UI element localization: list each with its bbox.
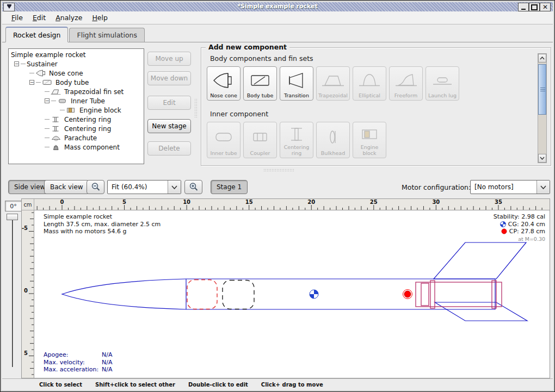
lower-fin[interactable] bbox=[435, 302, 527, 321]
tree-item-inner-tube[interactable]: −Inner Tube bbox=[9, 96, 144, 105]
rocket-view-panel: cm 05101520253035 -505 bbox=[21, 198, 550, 378]
add-inner-tube-button[interactable]: Inner tube bbox=[207, 122, 240, 158]
tree-item-nose-cone[interactable]: Nose cone bbox=[9, 69, 144, 78]
tab-flight-simulations[interactable]: Flight simulations bbox=[69, 28, 145, 42]
edit-button[interactable]: Edit bbox=[147, 96, 191, 110]
cp-legend-icon bbox=[501, 228, 507, 234]
add-elliptical-button[interactable]: Elliptical bbox=[353, 66, 386, 101]
scrollbar-thumb[interactable] bbox=[538, 64, 546, 115]
nose-cone-outline[interactable] bbox=[62, 279, 186, 309]
minimize-icon bbox=[521, 5, 526, 10]
svg-text:20: 20 bbox=[307, 199, 315, 205]
transition-icon bbox=[285, 71, 309, 90]
add-transition-button[interactable]: Transition bbox=[280, 66, 313, 101]
menu-analyze[interactable]: Analyze bbox=[51, 12, 87, 23]
tree-item-root[interactable]: Simple example rocket bbox=[9, 50, 144, 59]
back-view-button[interactable]: Back view bbox=[44, 180, 89, 194]
menu-help[interactable]: Help bbox=[87, 12, 113, 23]
inner-tube-icon bbox=[57, 97, 68, 104]
add-body-tube-button[interactable]: Body tube bbox=[243, 66, 277, 101]
rocket-canvas[interactable]: Simple example rocket Length 37.5 cm, ma… bbox=[35, 211, 550, 378]
magnifier-plus-icon bbox=[189, 182, 199, 192]
tab-rocket-design[interactable]: Rocket design bbox=[5, 27, 68, 42]
status-hint-1: Shift+click to select other bbox=[95, 382, 175, 388]
tree-item-centering-ring[interactable]: Centering ring bbox=[9, 115, 144, 124]
move-up-button[interactable]: Move up bbox=[147, 52, 191, 66]
centering-ring-1[interactable] bbox=[430, 281, 435, 308]
tree-expander-icon[interactable]: − bbox=[14, 61, 19, 66]
delete-button[interactable]: Delete bbox=[147, 141, 191, 155]
add-centering-ring-button[interactable]: Centering ring bbox=[280, 122, 313, 158]
scroll-up-button[interactable] bbox=[538, 54, 546, 63]
rotation-slider-track[interactable] bbox=[12, 220, 13, 367]
upper-fin[interactable] bbox=[434, 242, 526, 279]
add-coupler-button[interactable]: Coupler bbox=[243, 122, 277, 158]
component-scrollbar[interactable] bbox=[538, 53, 547, 163]
add-bulkhead-button[interactable]: Bulkhead bbox=[316, 122, 350, 158]
svg-text:0: 0 bbox=[60, 199, 64, 205]
maximize-button[interactable] bbox=[529, 3, 540, 11]
vertical-splitter-grip[interactable] bbox=[194, 98, 198, 118]
stage-1-toggle[interactable]: Stage 1 bbox=[211, 180, 248, 194]
tree-item-trapezoidal-fin-set[interactable]: Trapezoidal fin set bbox=[9, 87, 144, 96]
tree-item-body-tube[interactable]: −Body tube bbox=[9, 78, 144, 87]
tree-item-mass-component[interactable]: Mass component bbox=[9, 142, 144, 152]
rotation-angle-field[interactable]: 0° bbox=[5, 201, 22, 211]
zoom-level-value: Fit (60.4%) bbox=[108, 181, 168, 194]
add-freeform-button[interactable]: Freeform bbox=[389, 66, 423, 101]
chevron-down-icon bbox=[540, 185, 546, 189]
tree-item-centering-ring[interactable]: Centering ring bbox=[9, 124, 144, 133]
move-down-button[interactable]: Move down bbox=[147, 71, 191, 85]
menu-file[interactable]: File bbox=[7, 12, 28, 23]
body-tube-icon bbox=[248, 71, 272, 90]
mass-component-outline[interactable] bbox=[223, 281, 254, 309]
svg-text:0: 0 bbox=[24, 288, 28, 294]
centering-ring-2[interactable] bbox=[492, 281, 496, 308]
menu-bar: FileEditAnalyzeHelp bbox=[2, 11, 553, 24]
add-launch-lug-button[interactable]: Launch lug bbox=[425, 66, 459, 101]
motor-configuration-combobox[interactable]: [No motors] bbox=[470, 180, 550, 194]
add-nose-cone-button[interactable]: Nose cone bbox=[207, 66, 240, 101]
svg-text:30: 30 bbox=[432, 199, 440, 205]
tree-expander-icon[interactable]: − bbox=[45, 98, 50, 103]
cg-marker[interactable] bbox=[310, 290, 318, 298]
title-bar[interactable]: *Simple example rocket ✕ bbox=[2, 2, 553, 12]
application-window: *Simple example rocket ✕ FileEditAnalyze… bbox=[0, 0, 555, 392]
add-engine-block-button[interactable]: Engine block bbox=[353, 122, 386, 158]
minimize-button[interactable] bbox=[518, 3, 529, 11]
zoom-combo-arrow[interactable] bbox=[168, 181, 181, 194]
rocket-info-block: Simple example rocket Length 37.5 cm, ma… bbox=[44, 213, 161, 235]
horizontal-splitter-grip[interactable] bbox=[263, 169, 295, 172]
stability-value: Stability: 2.98 cal bbox=[494, 213, 545, 221]
flight-row-2: Max. acceleration:N/A bbox=[44, 366, 112, 374]
parachute-icon bbox=[51, 134, 61, 141]
parachute-outline[interactable] bbox=[187, 280, 217, 309]
close-button[interactable]: ✕ bbox=[540, 3, 551, 11]
scroll-down-button[interactable] bbox=[538, 154, 546, 163]
zoom-out-button[interactable] bbox=[87, 180, 104, 194]
component-tree[interactable]: Simple example rocket−SustainerNose cone… bbox=[8, 48, 144, 164]
tree-item-engine-block[interactable]: Engine block bbox=[9, 105, 144, 115]
status-hint-2: Double-click to edit bbox=[188, 382, 248, 388]
engine-block-outline[interactable] bbox=[421, 283, 429, 306]
motor-combo-arrow[interactable] bbox=[536, 181, 550, 194]
zoom-in-button[interactable] bbox=[184, 180, 202, 194]
tree-item-parachute[interactable]: Parachute bbox=[9, 133, 144, 142]
bulkhead-icon bbox=[321, 127, 345, 147]
svg-text:25: 25 bbox=[370, 199, 378, 205]
tree-item-sustainer[interactable]: −Sustainer bbox=[9, 59, 144, 69]
svg-text:10: 10 bbox=[183, 199, 190, 205]
menu-edit[interactable]: Edit bbox=[28, 12, 51, 23]
new-stage-button[interactable]: New stage bbox=[147, 119, 191, 133]
tree-expander-icon[interactable]: − bbox=[29, 80, 34, 85]
mass-icon bbox=[51, 144, 61, 151]
rotation-slider-thumb[interactable] bbox=[7, 214, 18, 220]
nose-cone-icon bbox=[35, 70, 46, 77]
add-trapezoidal-button[interactable]: Trapezoidal bbox=[316, 66, 350, 101]
cg-legend-icon bbox=[500, 221, 506, 227]
zoom-level-combobox[interactable]: Fit (60.4%) bbox=[107, 180, 181, 194]
tab-strip: Rocket designFlight simulations bbox=[2, 24, 553, 42]
mach-note: at M=0.30 bbox=[494, 235, 545, 243]
body-tube-outline[interactable] bbox=[186, 279, 495, 309]
cp-marker[interactable] bbox=[403, 290, 412, 299]
